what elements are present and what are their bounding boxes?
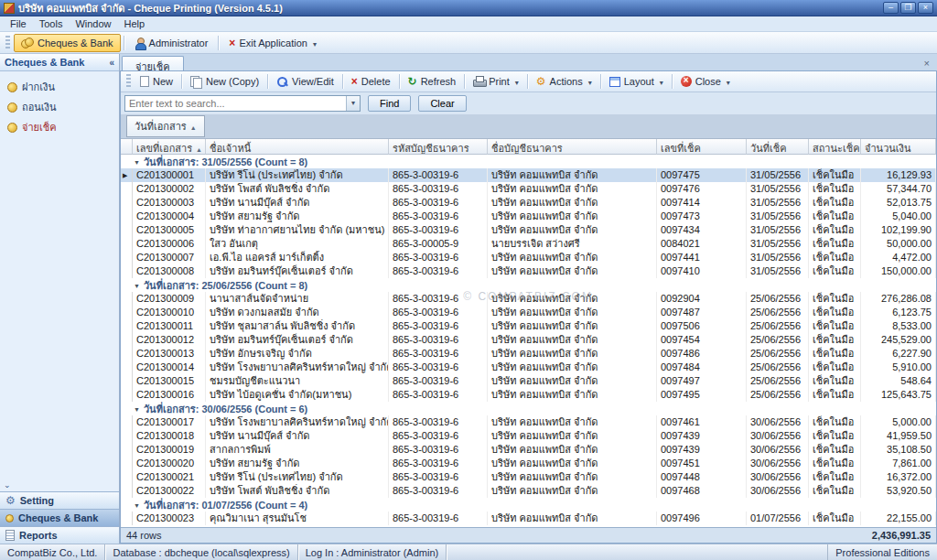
print-button[interactable]: Print <box>468 73 524 91</box>
group-row[interactable]: วันที่เอกสาร: 30/06/2556 (Count = 6) <box>121 402 936 415</box>
table-cell: เช็คในมือ <box>809 361 861 374</box>
app-icon <box>4 3 15 14</box>
column-header[interactable]: เลขที่เอกสาร <box>133 139 206 155</box>
table-row[interactable]: C201300019สากลการพิมพ์865-3-00319-6บริษั… <box>121 443 936 457</box>
table-row[interactable]: C201300003บริษัท นานมีบุ๊คส์ จำกัด865-3-… <box>121 196 936 210</box>
new-button[interactable]: New <box>135 73 178 91</box>
table-cell: 0097451 <box>657 457 747 470</box>
collapse-group-icon[interactable] <box>134 155 144 169</box>
group-field-chip[interactable]: วันที่เอกสาร <box>126 115 205 137</box>
table-cell: 865-3-00319-6 <box>389 415 488 429</box>
sidebar-item-withdraw[interactable]: ถอนเงิน <box>0 97 119 117</box>
table-row[interactable]: C201300014บริษัท โรงพยาบาลศิครินทร์หาดให… <box>121 361 936 374</box>
minimize-button[interactable]: – <box>883 2 899 14</box>
menu-help[interactable]: Help <box>118 17 152 30</box>
layout-button[interactable]: Layout <box>604 73 669 91</box>
clear-button[interactable]: Clear <box>418 95 466 112</box>
column-header[interactable]: เลขที่เช็ค <box>657 139 747 155</box>
table-row[interactable]: C201300015ชมรมบัญชีตะแนวนา865-3-00319-6บ… <box>121 374 936 388</box>
table-row[interactable]: C201300010บริษัท ดวงกมลสมัย จำกัด865-3-0… <box>121 306 936 319</box>
close-button[interactable]: × <box>918 2 933 14</box>
exit-application-button[interactable]: × Exit Application <box>221 34 324 52</box>
administrator-toolbar-button[interactable]: Administrator <box>127 34 216 52</box>
collapse-sidebar-icon[interactable]: « <box>109 58 114 68</box>
menu-file[interactable]: File <box>4 17 33 30</box>
table-row[interactable]: C201300016บริษัท ไบ้อดูเคชั่น จำกัด(มหาช… <box>121 388 936 402</box>
search-dropdown-icon[interactable]: ▾ <box>346 96 360 111</box>
table-cell: เช็คในมือ <box>809 374 861 388</box>
column-header[interactable]: จำนวนเงิน <box>861 139 936 155</box>
collapse-group-icon[interactable] <box>134 402 144 416</box>
table-row[interactable]: C201300006ใสว อันเกตุ865-3-00005-9นายบรร… <box>121 237 936 251</box>
table-row[interactable]: C201300005บริษัท ท่าอากาศยานไทย จำกัด (ม… <box>121 223 936 237</box>
table-row[interactable]: C201300008บริษัท อมรินทร์บุ๊คเซ็นเตอร์ จ… <box>121 264 936 278</box>
table-row[interactable]: C201300022บริษัท โพสต์ พับลิชชิ่ง จำกัด8… <box>121 484 936 498</box>
table-row[interactable]: C201300011บริษัท ชุลมาสาล์น พับลิชชิ่ง จ… <box>121 319 936 333</box>
sidebar-item-pay-cheque[interactable]: จ่ายเช็ค <box>0 117 119 137</box>
sidebar-panel-reports[interactable]: Reports <box>0 526 119 544</box>
table-cell: เช็คในมือ <box>809 237 861 251</box>
sort-asc-icon <box>187 121 197 132</box>
find-button[interactable]: Find <box>368 95 411 112</box>
table-row[interactable]: C201300021บริษัท รีโน่ (ประเทศไทย) จำกัด… <box>121 470 936 484</box>
sidebar-panel-cheques-bank[interactable]: Cheques & Bank <box>0 509 119 526</box>
column-header[interactable]: ชื่อบัญชีธนาคาร <box>488 139 657 155</box>
table-row[interactable]: C201300012บริษัท อมรินทร์บุ๊คเซ็นเตอร์ จ… <box>121 333 936 347</box>
table-cell: เช็คในมือ <box>809 196 861 210</box>
table-cell: บริษัท นานมีบุ๊คส์ จำกัด <box>206 429 389 443</box>
column-header[interactable]: วันที่เช็ค <box>747 139 809 155</box>
table-cell: นานาสาส์นจัดจำหน่าย <box>206 292 389 306</box>
collapse-group-icon[interactable] <box>134 498 144 512</box>
dropdown-arrow-icon[interactable] <box>311 38 317 48</box>
table-row[interactable]: C201300013บริษัท อักษรเจริญ จำกัด865-3-0… <box>121 347 936 361</box>
sidebar-panel-setting[interactable]: ⚙ Setting <box>0 491 119 509</box>
table-cell: บริษัท คอมแพทบิส จำกัด <box>488 210 657 223</box>
chevron-down-icon[interactable]: ⌄ <box>4 480 11 490</box>
table-row[interactable]: C201300002บริษัท โพสต์ พับลิชชิ่ง จำกัด8… <box>121 182 936 196</box>
table-cell: 865-3-00319-6 <box>389 264 488 278</box>
row-indicator <box>121 512 133 525</box>
table-cell: เช็คในมือ <box>809 319 861 333</box>
table-row[interactable]: C201300020บริษัท สยามรัฐ จำกัด865-3-0031… <box>121 457 936 470</box>
table-row[interactable]: C201300023คุณวิมาเนา สุรนมันโช865-3-0031… <box>121 512 936 525</box>
refresh-button[interactable]: ↻ Refresh <box>403 73 462 91</box>
table-cell: 865-3-00319-6 <box>389 251 488 264</box>
table-cell: 31/05/2556 <box>747 182 809 196</box>
dropdown-arrow-icon <box>587 76 592 87</box>
column-header[interactable]: ชื่อเจ้าหนี้ <box>206 139 389 155</box>
column-header[interactable]: รหัสบัญชีธนาคาร <box>389 139 488 155</box>
group-row[interactable]: วันที่เอกสาร: 31/05/2556 (Count = 8) <box>121 155 936 168</box>
table-row[interactable]: C201300001บริษัท รีโน่ (ประเทศไทย) จำกัด… <box>121 168 936 182</box>
table-cell: เช็คในมือ <box>809 415 861 429</box>
group-row[interactable]: วันที่เอกสาร: 01/07/2556 (Count = 4) <box>121 498 936 512</box>
table-cell: 865-3-00319-6 <box>389 196 488 210</box>
table-row[interactable]: C201300017บริษัท โรงพยาบาลศิครินทร์หาดให… <box>121 415 936 429</box>
close-panel-button[interactable]: Close <box>675 73 736 91</box>
cheques-bank-toolbar-button[interactable]: Cheques & Bank <box>14 34 121 52</box>
menu-window[interactable]: Window <box>69 17 117 30</box>
search-input[interactable] <box>125 96 346 111</box>
table-cell: 865-3-00319-6 <box>389 319 488 333</box>
new-copy-button[interactable]: New (Copy) <box>185 73 264 91</box>
table-cell: 0084021 <box>657 237 747 251</box>
maximize-button[interactable]: ❐ <box>900 2 916 14</box>
collapse-group-icon[interactable] <box>134 278 144 293</box>
row-indicator <box>121 347 133 361</box>
table-cell: บริษัท คอมแพทบิส จำกัด <box>488 168 657 182</box>
row-indicator <box>121 168 133 182</box>
table-row[interactable]: C201300018บริษัท นานมีบุ๊คส์ จำกัด865-3-… <box>121 429 936 443</box>
table-row[interactable]: C201300004บริษัท สยามรัฐ จำกัด865-3-0031… <box>121 210 936 223</box>
tab-close-icon[interactable]: × <box>919 58 935 70</box>
delete-button[interactable]: × Delete <box>346 73 396 91</box>
sidebar-item-deposit[interactable]: ฝากเงิน <box>0 77 119 97</box>
view-edit-button[interactable]: View/Edit <box>271 73 339 91</box>
status-bar: CompatBiz Co., Ltd. Database : dbcheque … <box>0 544 937 560</box>
actions-button[interactable]: ⚙ Actions <box>531 73 598 91</box>
menu-tools[interactable]: Tools <box>33 17 70 30</box>
tab-pay-cheque[interactable]: จ่ายเช็ค <box>122 56 184 70</box>
column-header[interactable]: สถานะเช็ค <box>809 139 861 155</box>
withdraw-icon <box>7 102 17 113</box>
table-cell: C201300018 <box>133 429 206 443</box>
table-row[interactable]: C201300007เอ.พี.ไอ แอครส์ มาร์เก็ตติ้ง86… <box>121 251 936 264</box>
table-cell: 25/06/2556 <box>747 306 809 319</box>
